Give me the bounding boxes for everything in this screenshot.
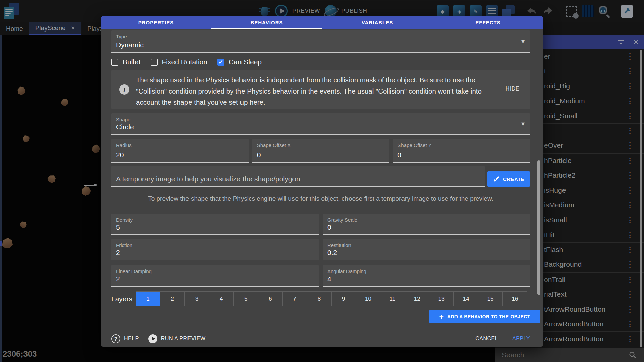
run-preview-label: RUN A PREVIEW [161,336,206,342]
create-button[interactable]: CREATE [487,171,530,187]
field-value: Dynamic [116,41,144,49]
field-value: 0 [257,151,261,159]
tab-behaviors[interactable]: BEHAVIORS [211,16,322,29]
checkbox-row: Bullet Fixed Rotation Can Sleep [111,57,262,67]
layer-option-10[interactable]: 10 [356,292,380,306]
field-value: 0.2 [327,249,337,257]
field-label: Shape Offset Y [397,142,431,148]
create-button-label: CREATE [503,176,524,182]
help-icon: ? [111,334,120,343]
restitution-field[interactable]: Restitution 0.2 [323,239,530,260]
layer-option-14[interactable]: 14 [453,292,478,306]
field-value: 4 [327,275,331,283]
angular-damping-field[interactable]: Angular Damping 4 [323,265,530,287]
plus-icon: + [439,313,444,320]
tab-effects[interactable]: EFFECTS [433,16,543,29]
layers-row: Layers 12345678910111213141516 [111,291,530,306]
gravity-scale-field[interactable]: Gravity Scale 0 [323,214,530,235]
checkbox-unchecked-icon[interactable] [111,59,118,66]
field-label: Density [116,217,133,223]
checkbox-label: Can Sleep [229,58,262,66]
field-label: Gravity Scale [327,217,357,223]
add-behavior-label: ADD A BEHAVIOR TO THE OBJECT [447,314,530,319]
shape-params-row: Radius 20 Shape Offset X 0 Shape Offset … [111,139,530,163]
field-value: 2 [116,249,120,257]
friction-field[interactable]: Friction 2 [111,239,319,260]
shape-select[interactable]: Shape Circle [111,113,530,135]
layers-options: 12345678910111213141516 [136,291,527,306]
apply-button[interactable]: APPLY [512,336,530,342]
field-label: Linear Damping [116,268,152,274]
bullet-checkbox[interactable]: Bullet [111,58,141,66]
dialog-scrollbar[interactable] [537,160,540,295]
field-label: Shape [116,117,130,122]
play-icon [148,334,157,343]
layer-option-13[interactable]: 13 [429,292,453,306]
field-label: Angular Damping [327,268,366,274]
layer-option-12[interactable]: 12 [405,292,429,306]
run-preview-button[interactable]: RUN A PREVIEW [148,334,206,343]
add-behavior-button[interactable]: + ADD A BEHAVIOR TO THE OBJECT [429,310,540,323]
layer-option-2[interactable]: 2 [160,292,184,306]
field-label: Shape Offset X [257,142,291,148]
linear-damping-field[interactable]: Linear Damping 2 [111,265,319,287]
field-label: Type [116,34,127,39]
layer-option-3[interactable]: 3 [184,292,209,306]
help-label: HELP [124,336,139,342]
tab-properties[interactable]: PROPERTIES [101,16,211,29]
info-text: The shape used in the Physics behavior i… [136,74,495,108]
layer-option-5[interactable]: 5 [233,292,258,306]
dialog-tabbar: PROPERTIES BEHAVIORS VARIABLES EFFECTS [101,16,543,29]
chevron-down-icon [521,120,525,128]
temp-image-row: A temporary image to help you visualize … [111,166,530,187]
field-label: Restitution [327,242,351,248]
can-sleep-checkbox[interactable]: Can Sleep [217,58,262,66]
friction-row: Friction 2 Restitution 0.2 [111,239,530,260]
preview-hint-text: To preview the shape that the Physics en… [111,195,530,202]
damping-row: Linear Damping 2 Angular Damping 4 [111,265,530,287]
layer-option-1[interactable]: 1 [136,292,160,306]
checkbox-label: Bullet [123,58,141,66]
help-button[interactable]: ? HELP [111,334,139,343]
layer-option-16[interactable]: 16 [502,292,527,306]
hide-button[interactable]: HIDE [506,86,519,92]
field-value: 0 [397,151,401,159]
layers-label: Layers [111,295,136,303]
type-select[interactable]: Type Dynamic [111,30,530,53]
field-placeholder: A temporary image to help you visualize … [116,175,300,183]
layer-option-6[interactable]: 6 [258,292,282,306]
checkbox-checked-icon[interactable] [217,59,224,66]
field-value: 20 [116,151,124,159]
radius-field[interactable]: Radius 20 [111,139,249,163]
shape-offset-x-field[interactable]: Shape Offset X 0 [252,139,389,163]
physics-behavior-dialog: PROPERTIES BEHAVIORS VARIABLES EFFECTS T… [101,16,543,347]
density-row: Density 5 Gravity Scale 0 [111,214,530,235]
field-value: Circle [116,123,134,131]
layer-option-9[interactable]: 9 [331,292,356,306]
chevron-down-icon [521,37,525,45]
field-label: Friction [116,242,132,248]
field-value: 0 [327,223,331,231]
app-window: PREVIEW PUBLISH ◆ ◈ ✎ 1:1 Home PlaySc [0,0,644,362]
shape-offset-y-field[interactable]: Shape Offset Y 0 [393,139,530,163]
brush-icon [493,176,500,182]
field-label: Radius [116,142,132,148]
fixed-rotation-checkbox[interactable]: Fixed Rotation [151,58,207,66]
temp-image-field[interactable]: A temporary image to help you visualize … [111,166,485,187]
layer-option-11[interactable]: 11 [380,292,405,306]
layer-option-7[interactable]: 7 [282,292,307,306]
checkbox-label: Fixed Rotation [162,58,207,66]
tab-variables[interactable]: VARIABLES [322,16,433,29]
layer-option-4[interactable]: 4 [209,292,233,306]
info-icon: i [119,84,129,95]
field-value: 5 [116,223,120,231]
density-field[interactable]: Density 5 [111,214,319,235]
info-banner: i The shape used in the Physics behavior… [111,70,530,109]
dialog-footer: ? HELP RUN A PREVIEW CANCEL APPLY [101,330,543,347]
checkbox-unchecked-icon[interactable] [151,59,158,66]
cancel-button[interactable]: CANCEL [475,336,498,342]
layer-option-15[interactable]: 15 [478,292,502,306]
layer-option-8[interactable]: 8 [307,292,331,306]
field-value: 2 [116,275,120,283]
